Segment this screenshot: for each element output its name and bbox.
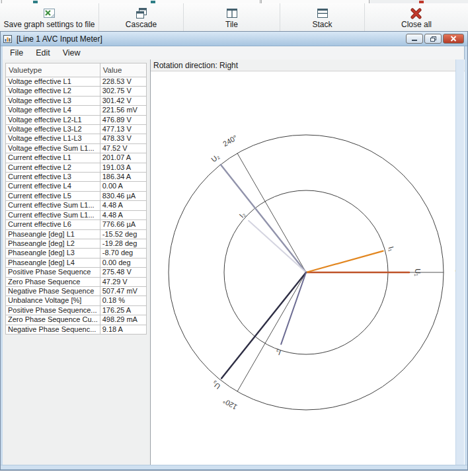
table-row[interactable]: Positive Phase Sequence275.48 V (6, 268, 147, 277)
table-row[interactable]: Voltage effective L3-L2477.13 V (6, 125, 147, 134)
table-row[interactable]: Voltage effective L3301.42 V (6, 96, 147, 105)
valuetype-cell: Phaseangle [deg] L2 (6, 239, 100, 248)
valuetype-cell: Current effective L1 (6, 153, 100, 163)
phasor-diagram: 0°240°120°U₁I₁U₂I₂U₃I₃ (151, 71, 465, 465)
minimize-button[interactable] (406, 34, 423, 44)
close-all-button[interactable]: Close all (365, 3, 468, 31)
valuetype-cell: Phaseangle [deg] L3 (6, 249, 100, 258)
value-cell: 221.56 mV (100, 106, 146, 115)
table-row[interactable]: Current effective L40.00 A (6, 182, 147, 191)
toolbar-label: Cascade (126, 20, 157, 29)
window-border-bottom (1, 465, 467, 470)
table-row[interactable]: Current effective L2191.03 A (6, 163, 147, 172)
table-row[interactable]: Phaseangle [deg] L1-15.52 deg (6, 229, 147, 239)
stack-windows-icon (316, 6, 329, 20)
table-row[interactable]: Unbalance Voltage [%]0.18 % (6, 296, 147, 305)
vector-label-U1: U₁ (414, 268, 422, 276)
value-cell: -8.70 deg (100, 249, 146, 258)
valuetype-cell: Current effective L6 (6, 220, 100, 229)
value-cell: 507.47 mV (100, 286, 146, 296)
menu-view[interactable]: View (58, 47, 86, 59)
menu-edit[interactable]: Edit (30, 47, 56, 59)
vertical-scrollbar[interactable] (455, 60, 464, 465)
value-cell: 498.29 mA (100, 315, 146, 325)
table-row[interactable]: Current effective L6776.66 µA (6, 220, 147, 229)
table-row[interactable]: Current effective Sum L1...4.48 A (6, 201, 147, 210)
rotation-direction-bar: Rotation direction: Right (151, 60, 465, 71)
valuetype-cell: Voltage effective L2-L1 (6, 115, 100, 124)
value-table: Valuetype Value Voltage effective L1228.… (5, 63, 147, 335)
menu-file[interactable]: File (5, 47, 28, 59)
valuetype-cell: Voltage effective L4 (6, 106, 100, 115)
valuetype-cell: Phaseangle [deg] L4 (6, 258, 100, 267)
stack-button[interactable]: Stack (280, 3, 365, 31)
restore-button[interactable] (424, 34, 442, 44)
toolbar-label: Save graph settings to file (3, 20, 95, 29)
valuetype-cell: Voltage effective L1-L3 (6, 134, 100, 143)
valuetype-cell: Negative Phase Sequence (6, 286, 100, 296)
valuetype-cell: Negative Phase Sequenc... (6, 325, 100, 334)
phasor-vector-I1 (306, 251, 383, 272)
table-row[interactable]: Positive Phase Sequence...176.25 A (6, 305, 147, 315)
table-row[interactable]: Current effective Sum L1...4.48 A (6, 210, 147, 219)
phasor-svg: 0°240°120°U₁I₁U₂I₂U₃I₃ (151, 71, 465, 465)
close-button[interactable] (443, 34, 464, 44)
cascade-button[interactable]: Cascade (99, 3, 184, 31)
toolbar-label: Tile (225, 20, 238, 29)
table-row[interactable]: Voltage effective L1-L3478.33 V (6, 134, 147, 143)
table-row[interactable]: Negative Phase Sequenc...9.18 A (6, 325, 147, 334)
phasor-vector-I3 (281, 272, 306, 344)
close-icon (450, 36, 457, 42)
table-row[interactable]: Phaseangle [deg] L3-8.70 deg (6, 249, 147, 258)
rotation-direction-text: Rotation direction: Right (153, 61, 238, 70)
window-titlebar[interactable]: [Line 1 AVC Input Meter] (1, 32, 467, 46)
value-header[interactable]: Value (100, 63, 146, 77)
values-panel: Valuetype Value Voltage effective L1228.… (3, 60, 151, 465)
valuetype-cell: Current effective Sum L1... (6, 210, 100, 219)
value-cell: 201.07 A (100, 153, 146, 163)
table-row[interactable]: Zero Phase Sequence Cu...498.29 mA (6, 315, 147, 325)
table-row[interactable]: Voltage effective L4221.56 mV (6, 106, 147, 115)
valuetype-cell: Current effective Sum L1... (6, 201, 100, 210)
tile-button[interactable]: Tile (184, 3, 280, 31)
value-cell: 275.48 V (100, 268, 146, 277)
value-cell: 830.46 µA (100, 191, 146, 200)
save-graph-settings-icon (43, 6, 56, 20)
valuetype-cell: Current effective L2 (6, 163, 100, 172)
table-row[interactable]: Current effective L1201.07 A (6, 153, 147, 163)
axis-line (237, 272, 306, 391)
diagram-panel: Rotation direction: Right 0°240°120°U₁I₁… (151, 60, 465, 465)
phasor-vector-I2 (249, 221, 306, 272)
table-row[interactable]: Negative Phase Sequence507.47 mV (6, 286, 147, 296)
value-cell: 478.33 V (100, 134, 146, 143)
valuetype-cell: Voltage effective L1 (6, 77, 100, 87)
valuetype-cell: Positive Phase Sequence... (6, 305, 100, 315)
table-row[interactable]: Zero Phase Sequence47.29 V (6, 277, 147, 286)
value-cell: 191.03 A (100, 163, 146, 172)
table-row[interactable]: Current effective L5830.46 µA (6, 191, 147, 200)
axis-label: 120° (221, 397, 239, 411)
value-cell: 186.34 A (100, 173, 146, 182)
table-row[interactable]: Current effective L3186.34 A (6, 173, 147, 182)
table-row[interactable]: Voltage effective L2-L1476.89 V (6, 115, 147, 124)
valuetype-cell: Zero Phase Sequence (6, 277, 100, 286)
save-graph-settings-button[interactable]: Save graph settings to file (0, 3, 99, 31)
table-row[interactable]: Voltage effective L2302.75 V (6, 87, 147, 96)
window-icon (3, 34, 13, 44)
valuetype-header[interactable]: Valuetype (6, 63, 100, 77)
table-row[interactable]: Phaseangle [deg] L2-19.28 deg (6, 239, 147, 248)
value-cell: 0.00 deg (100, 258, 146, 267)
toolbar-label: Stack (312, 20, 332, 29)
phasor-vector-U2 (221, 165, 306, 272)
table-row[interactable]: Phaseangle [deg] L40.00 deg (6, 258, 147, 267)
cascade-windows-icon (135, 6, 148, 20)
table-row[interactable]: Voltage effective Sum L1...47.52 V (6, 143, 147, 153)
valuetype-cell: Phaseangle [deg] L1 (6, 229, 100, 239)
table-row[interactable]: Voltage effective L1228.53 V (6, 77, 147, 87)
toolbar-label: Close all (401, 20, 432, 29)
value-table-body: Voltage effective L1228.53 VVoltage effe… (6, 77, 147, 335)
vector-label-I2: I₂ (237, 210, 247, 219)
value-cell: 4.48 A (100, 210, 146, 219)
value-cell: 176.25 A (100, 305, 146, 315)
value-cell: 302.75 V (100, 87, 146, 96)
